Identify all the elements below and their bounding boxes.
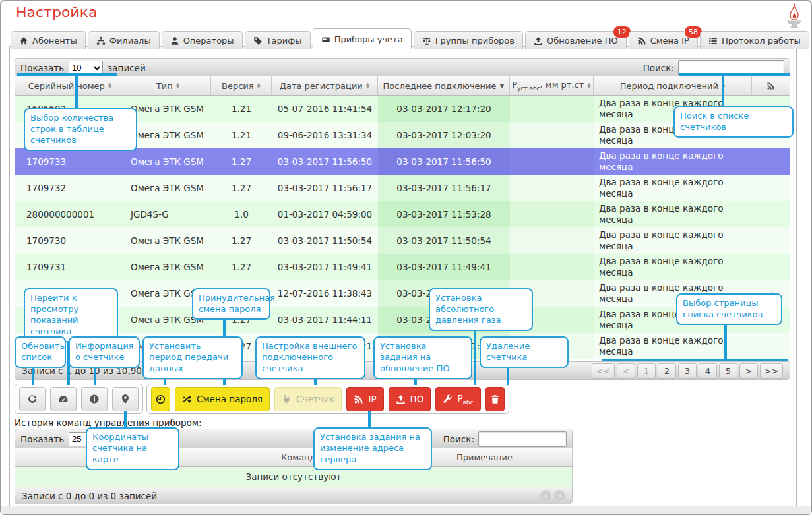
pagination-page-1[interactable]: 1: [637, 363, 656, 379]
pagination-page-3[interactable]: 3: [678, 363, 697, 379]
tab-branches[interactable]: Филиалы: [88, 31, 160, 49]
column-header-2[interactable]: Тип▲▼: [125, 76, 211, 96]
tab-label: Группы приборов: [435, 36, 515, 45]
pagination-prev[interactable]: <: [617, 363, 635, 379]
pagination-next[interactable]: >: [739, 363, 758, 379]
table-row[interactable]: 1709732Омега ЭТК GSM1.2703-03-2017 11:56…: [15, 175, 790, 201]
transfer-period-button[interactable]: [151, 387, 170, 411]
pagination-first[interactable]: <<: [592, 363, 615, 379]
callout-connector-line: [507, 367, 509, 385]
refresh-list-button[interactable]: [19, 387, 46, 411]
type-cell: Омега ЭТК GSM: [125, 148, 211, 175]
column-header-1[interactable]: Серийный номер▲▼: [15, 76, 125, 96]
button-label: Счетчик: [296, 394, 334, 404]
callout-text: Координаты счетчика на карте: [92, 432, 148, 464]
meter-location-button[interactable]: [112, 387, 139, 411]
sort-icon: ▲▼: [366, 83, 369, 88]
callout-connector-line: [602, 359, 788, 361]
tab-bar: АбонентыФилиалыОператорыТарифыПриборы уч…: [11, 28, 811, 49]
column-title: Версия: [222, 81, 254, 91]
tab-ip-change[interactable]: Смена IP58: [629, 31, 698, 49]
serial-cell: 1709730: [15, 227, 125, 254]
column-header-8: [752, 76, 790, 96]
bottom-scrollbar[interactable]: [1, 506, 811, 514]
history-prev-page-button[interactable]: ‹: [540, 490, 551, 501]
column-title: Pуст.абс, мм рт.ст: [512, 80, 584, 92]
delete-meter-button[interactable]: [485, 387, 505, 411]
registered-cell: 03-03-2017 11:56:50: [272, 148, 378, 175]
period-cell: Два раза в конце каждого месяца: [594, 227, 752, 254]
change-ip-button[interactable]: IP: [346, 387, 383, 411]
tab-protocol[interactable]: Протокол работы: [700, 31, 809, 49]
callout-text: Установка задания на обновление ПО: [380, 341, 449, 373]
pagination-last[interactable]: >>: [760, 363, 783, 379]
callout-external-meter: Настройка внешнего подключенного счетчик…: [255, 336, 365, 379]
tab-abonents[interactable]: Абоненты: [11, 31, 86, 49]
column-header-3[interactable]: Версия▲▼: [211, 76, 272, 96]
pagination-page-4[interactable]: 4: [699, 363, 717, 379]
callout-connector-line: [368, 411, 371, 429]
period-cell: Два раза в конце каждого месяца: [594, 148, 752, 175]
tab-tariffs[interactable]: Тарифы: [245, 31, 311, 49]
firmware-update-button[interactable]: ПО: [389, 387, 431, 411]
tab-groups[interactable]: Группы приборов: [414, 31, 523, 49]
last-connection-cell: 03-03-2017 12:17:20: [378, 96, 510, 122]
callout-text: Удаление счетчика: [486, 341, 530, 362]
column-title: Период подключений: [620, 81, 718, 91]
last-connection-cell: 03-03-2017 11:56:50: [378, 148, 510, 175]
pagination-page-2[interactable]: 2: [658, 363, 676, 379]
tab-operators[interactable]: Операторы: [162, 31, 243, 49]
version-cell: 1.27: [211, 175, 272, 201]
history-search-input[interactable]: [478, 431, 567, 447]
last-connection-cell: 03-03-2017 11:53:28: [378, 201, 510, 227]
type-cell: Омега ЭТК GSM: [125, 122, 211, 148]
ip-flag-cell: [752, 148, 790, 175]
callout-connector-line: [75, 73, 78, 111]
version-cell: 1.27: [211, 254, 272, 280]
registered-cell: 05-07-2016 11:41:54: [272, 96, 378, 122]
column-header-6[interactable]: Pуст.абс, мм рт.ст▲▼: [510, 76, 594, 96]
callout-search-list: Поиск в списке счетчиков: [673, 106, 794, 138]
ip-flag-cell: [752, 254, 790, 280]
ip-flag-cell: [752, 227, 790, 254]
history-next-page-button[interactable]: ›: [554, 490, 565, 501]
sort-desc-icon: ▼: [500, 82, 505, 89]
callout-connector-line: [679, 73, 790, 76]
table-row[interactable]: 1709729Омега ЭТК GSM1.2703-03-2017 11:44…: [15, 307, 790, 333]
version-cell: 1.27: [211, 227, 272, 254]
screenshot-stage: Настройка АбонентыФилиалыОператорыТарифы…: [0, 0, 812, 515]
change-password-button[interactable]: Смена пароля: [175, 387, 270, 411]
tab-meters[interactable]: Приборы учета: [313, 28, 412, 49]
tab-label: Абоненты: [32, 36, 77, 45]
abs-pressure-button[interactable]: Pабс: [435, 387, 480, 411]
column-header-5[interactable]: Последнее подключение▼: [378, 76, 510, 96]
table-row[interactable]: 1709731Омега ЭТК GSM1.2703-03-2017 11:49…: [15, 254, 790, 280]
table-row[interactable]: 1606268Омега ЭТК GSM1.2112-07-2016 11:38…: [15, 280, 790, 307]
table-row[interactable]: 280000000001JGD4S-G1.001-03-2017 04:59:0…: [15, 201, 790, 227]
registered-cell: 03-03-2017 11:56:17: [272, 175, 378, 201]
search-label: Поиск:: [643, 63, 674, 73]
history-records-info: Записи с 0 до 0 из 0 записей: [22, 491, 157, 501]
callout-text: Установить период передачи данных: [149, 341, 228, 373]
table-row[interactable]: 1709733Омега ЭТК GSM1.2703-03-2017 11:56…: [15, 148, 790, 175]
sitemap-icon: [96, 36, 106, 45]
column-header-7[interactable]: Период подключений▲▼: [594, 76, 752, 96]
callout-page-select: Выбор страницы списка счетчиков: [676, 293, 782, 325]
table-row[interactable]: 1709730Омега ЭТК GSM1.2703-03-2017 11:50…: [15, 227, 790, 254]
upload-icon: [396, 394, 406, 404]
callout-connector-line: [17, 73, 117, 76]
list-icon: [708, 36, 718, 45]
column-header-4[interactable]: Дата регистрации▲▼: [272, 76, 378, 96]
serial-cell: 1709732: [15, 175, 125, 201]
view-readings-button[interactable]: [50, 387, 77, 411]
refresh-icon: [27, 394, 38, 404]
meter-info-button[interactable]: [81, 387, 108, 411]
tab-label: Обновление ПО: [547, 36, 618, 45]
pressure-cell: [510, 122, 594, 148]
plug-icon: [282, 394, 292, 404]
period-cell: Два раза в конце каждого месяца: [594, 175, 752, 201]
button-label: ПО: [410, 394, 424, 404]
callout-connector-line: [32, 367, 34, 385]
tab-firmware[interactable]: Обновление ПО12: [525, 31, 627, 49]
pagination-page-5[interactable]: 5: [719, 363, 737, 379]
